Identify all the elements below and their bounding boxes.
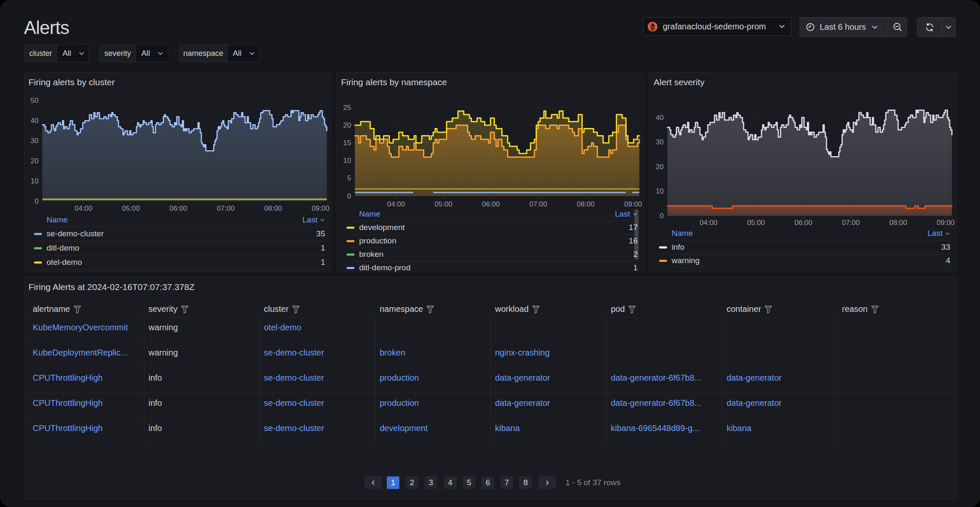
svg-text:05:00: 05:00: [747, 219, 765, 227]
svg-text:09:00: 09:00: [937, 219, 955, 227]
svg-text:0: 0: [660, 212, 664, 220]
svg-text:06:00: 06:00: [169, 204, 188, 212]
svg-text:06:00: 06:00: [482, 200, 500, 208]
svg-text:0: 0: [35, 197, 39, 205]
svg-text:07:00: 07:00: [529, 200, 547, 208]
svg-text:20: 20: [31, 157, 39, 165]
svg-text:04:00: 04:00: [700, 219, 718, 227]
svg-text:04:00: 04:00: [387, 200, 405, 208]
svg-text:25: 25: [343, 104, 351, 112]
svg-text:05:00: 05:00: [122, 204, 140, 212]
svg-text:40: 40: [656, 114, 664, 122]
svg-text:07:00: 07:00: [842, 219, 860, 227]
svg-text:05:00: 05:00: [435, 200, 453, 208]
svg-text:20: 20: [656, 163, 664, 171]
svg-text:15: 15: [343, 139, 351, 147]
svg-text:08:00: 08:00: [264, 204, 282, 212]
svg-text:0: 0: [347, 192, 351, 200]
svg-text:10: 10: [31, 177, 39, 185]
svg-text:07:00: 07:00: [217, 204, 235, 212]
svg-text:09:00: 09:00: [312, 204, 330, 212]
svg-text:08:00: 08:00: [577, 200, 595, 208]
svg-text:40: 40: [31, 117, 39, 125]
svg-text:10: 10: [343, 157, 351, 165]
svg-text:50: 50: [31, 97, 39, 105]
svg-text:30: 30: [31, 137, 39, 145]
svg-text:04:00: 04:00: [75, 204, 93, 212]
svg-text:06:00: 06:00: [795, 219, 813, 227]
svg-text:08:00: 08:00: [889, 219, 907, 227]
svg-text:09:00: 09:00: [624, 200, 642, 208]
svg-text:30: 30: [656, 138, 664, 146]
svg-text:20: 20: [343, 121, 351, 129]
svg-text:10: 10: [656, 187, 664, 195]
svg-text:5: 5: [347, 174, 351, 182]
